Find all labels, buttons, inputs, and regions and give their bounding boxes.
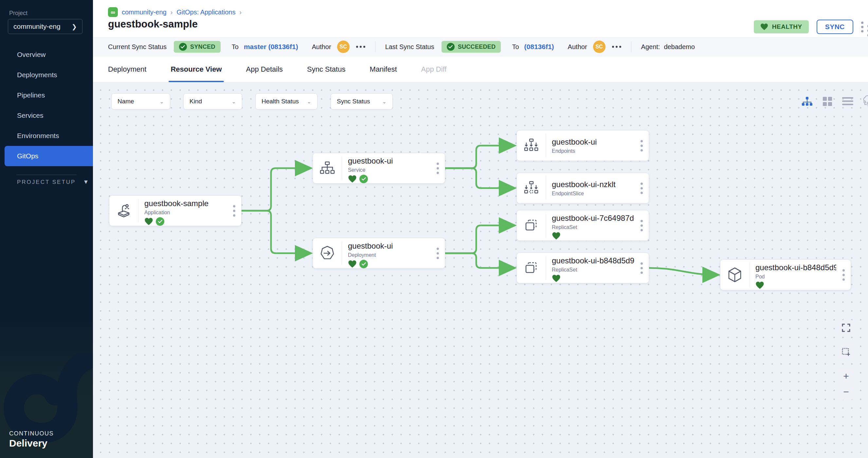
node-menu-icon[interactable] [227, 196, 241, 226]
commit-more-icon[interactable] [612, 46, 621, 48]
list-view-icon[interactable] [842, 96, 854, 107]
more-options-icon[interactable] [861, 22, 863, 32]
breadcrumb-applications-link[interactable]: GitOps: Applications [177, 8, 235, 16]
node-status [144, 217, 227, 226]
brand-continuous: CONTINUOUS [9, 430, 54, 437]
sidebar-item-deployments[interactable]: Deployments [0, 65, 93, 85]
synced-badge: SYNCED [174, 41, 221, 53]
node-endpointslice[interactable]: guestbook-ui-nzklt EndpointSlice [517, 173, 649, 203]
fullscreen-button[interactable] [838, 320, 854, 336]
node-kind: Service [348, 167, 430, 173]
filter-health-status-label: Health Status [261, 98, 299, 105]
node-kind: ReplicaSet [552, 224, 634, 230]
node-title: guestbook-sample [144, 199, 227, 208]
project-selector[interactable]: community-eng ❯ [8, 19, 83, 34]
endpoints-icon [517, 131, 546, 161]
zoom-out-button[interactable]: − [843, 387, 849, 397]
current-sync-status-label: Current Sync Status [108, 43, 166, 51]
replicaset-icon [517, 253, 546, 283]
tab-manifest[interactable]: Manifest [370, 56, 397, 82]
node-menu-icon[interactable] [634, 173, 649, 203]
tab-deployment[interactable]: Deployment [108, 56, 146, 82]
status-divider [631, 41, 631, 52]
healthy-heart-icon [348, 175, 357, 183]
node-title: guestbook-ui-nzklt [552, 180, 634, 189]
sidebar-item-gitops[interactable]: GitOps [5, 146, 93, 166]
sidebar-divider [17, 175, 76, 175]
health-badge-label: HEALTHY [772, 23, 802, 30]
app-tabs: Deployment Resource View App Details Syn… [93, 56, 868, 83]
succeeded-badge-label: SUCCEEDED [458, 43, 496, 51]
author-avatar[interactable]: SC [337, 40, 349, 53]
node-status [552, 232, 634, 240]
page-title: guestbook-sample [108, 18, 198, 30]
filter-sync-status[interactable]: Sync Status ⌄ [331, 93, 393, 109]
node-menu-icon[interactable] [430, 153, 445, 183]
node-service[interactable]: guestbook-ui Service [313, 153, 445, 184]
succeeded-badge: SUCCEEDED [441, 41, 501, 53]
sidebar-item-services[interactable]: Services [0, 105, 93, 126]
node-replicaset-2[interactable]: guestbook-ui-b848d5d9d ReplicaSet [517, 253, 649, 283]
node-menu-icon[interactable] [836, 260, 851, 290]
node-replicaset-1[interactable]: guestbook-ui-7c64987dc9 ReplicaSet [517, 210, 649, 241]
sidebar-item-environments[interactable]: Environments [0, 126, 93, 146]
chevron-down-icon: ⌄ [307, 98, 311, 105]
author-avatar[interactable]: SC [593, 40, 606, 53]
node-deployment[interactable]: guestbook-ui Deployment [313, 238, 445, 269]
network-view-icon[interactable] [862, 96, 868, 107]
tab-app-details[interactable]: App Details [246, 56, 283, 82]
breadcrumb-project-link[interactable]: community-eng [122, 8, 166, 16]
author-label: Author [312, 43, 331, 51]
node-pod[interactable]: guestbook-ui-b848d5d9... Pod [720, 259, 851, 290]
status-divider [375, 41, 375, 52]
grid-view-icon[interactable] [822, 96, 833, 107]
health-status-badge: HEALTHY [754, 20, 809, 33]
node-endpoints[interactable]: guestbook-ui Endpoints [517, 130, 649, 161]
commit-more-icon[interactable] [356, 46, 365, 48]
brand-delivery: Delivery [9, 438, 54, 449]
node-kind: Pod [755, 274, 836, 280]
node-application[interactable]: guestbook-sample Application [109, 195, 242, 226]
healthy-heart-icon [552, 274, 561, 282]
node-title: guestbook-ui [552, 137, 634, 146]
sidebar-item-pipelines[interactable]: Pipelines [0, 85, 93, 105]
current-sync-target-link[interactable]: master (08136f1) [244, 43, 298, 51]
zoom-in-button[interactable]: + [843, 371, 849, 381]
sync-button[interactable]: SYNC [816, 20, 853, 34]
project-setup-toggle[interactable]: PROJECT SETUP ▼ [17, 178, 89, 186]
heart-icon [760, 23, 768, 30]
chevron-down-icon: ⌄ [232, 98, 236, 105]
replicaset-icon [517, 210, 546, 240]
selection-tool-button[interactable] [838, 344, 854, 360]
agent-label: Agent: [641, 43, 660, 51]
chevron-down-icon: ⌄ [382, 98, 386, 105]
node-kind: Deployment [348, 252, 430, 258]
node-status [552, 274, 634, 282]
tab-sync-status[interactable]: Sync Status [307, 56, 345, 82]
zoom-controls: + − [838, 368, 854, 400]
healthy-heart-icon [348, 260, 357, 268]
node-menu-icon[interactable] [430, 238, 445, 268]
node-title: guestbook-ui-7c64987dc9 [552, 214, 634, 223]
sidebar: Project community-eng ❯ Overview Deploym… [0, 0, 93, 458]
node-kind: Application [144, 210, 227, 216]
pod-icon [720, 260, 749, 290]
healthy-heart-icon [755, 281, 764, 289]
node-menu-icon[interactable] [634, 210, 649, 240]
resource-tree-canvas[interactable]: Name ⌄ Kind ⌄ Health Status ⌄ Sync Statu… [93, 83, 868, 458]
last-sync-target-link[interactable]: (08136f1) [524, 43, 554, 51]
tab-resource-view[interactable]: Resource View [170, 56, 222, 82]
node-menu-icon[interactable] [634, 253, 649, 283]
filter-kind[interactable]: Kind ⌄ [183, 93, 242, 109]
tree-view-icon[interactable] [801, 96, 813, 107]
view-toggles [801, 96, 868, 107]
node-menu-icon[interactable] [634, 131, 649, 161]
sidebar-item-overview[interactable]: Overview [0, 44, 93, 65]
filter-health-status[interactable]: Health Status ⌄ [255, 93, 317, 109]
breadcrumb: ∞ community-eng › GitOps: Applications › [108, 7, 242, 17]
gitops-icon: ∞ [108, 7, 118, 17]
node-title: guestbook-ui [348, 241, 430, 251]
filter-name[interactable]: Name ⌄ [111, 93, 170, 109]
breadcrumb-separator: › [170, 8, 173, 16]
filter-sync-status-label: Sync Status [337, 98, 370, 105]
